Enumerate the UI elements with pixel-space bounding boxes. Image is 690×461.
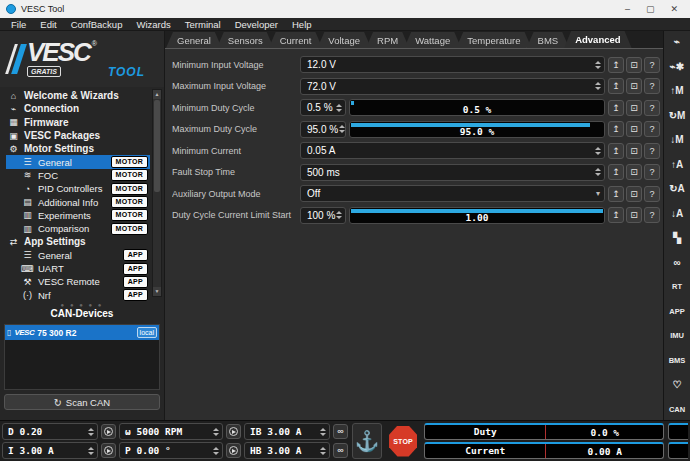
run-brake-button[interactable]: ∞	[333, 424, 348, 439]
scroll-down-icon[interactable]: ▼	[153, 287, 161, 296]
rt-data-icon[interactable]: RT	[672, 281, 682, 292]
tab-advanced[interactable]: Advanced	[564, 31, 631, 48]
spinner[interactable]	[87, 447, 95, 455]
spinner[interactable]	[335, 211, 343, 219]
handbrake-anchor-button[interactable]: ⚓	[352, 423, 382, 459]
menu-edit[interactable]: Edit	[33, 19, 63, 30]
sidebar-item-motor-general[interactable]: ☰ General MOTOR	[6, 155, 150, 168]
spinner[interactable]	[594, 61, 602, 69]
can-device-item[interactable]: ▯ VESC 75 300 R2 local	[5, 325, 159, 340]
position-setpoint-field[interactable]: P 0.00 °	[119, 442, 223, 459]
maximize-button[interactable]: ▢	[646, 4, 655, 14]
handbrake-current-field[interactable]: HB 3.00 A	[244, 442, 330, 459]
run-duty-button[interactable]	[101, 424, 116, 439]
help-button[interactable]: ?	[644, 57, 660, 73]
max-duty-field[interactable]: 95.0 %	[300, 121, 346, 138]
sidebar-item-motor-pid-controllers[interactable]: ◔ PID Controllers MOTOR	[6, 182, 164, 195]
scroll-thumb[interactable]	[154, 100, 160, 192]
help-button[interactable]: ?	[644, 78, 660, 94]
min-duty-field[interactable]: 0.5 %	[300, 99, 346, 116]
duty-current-limit-slider[interactable]: 1.00	[349, 207, 605, 224]
can-forward-icon[interactable]: CAN	[669, 404, 685, 415]
speed-setpoint-field[interactable]: ω 5000 RPM	[119, 423, 223, 440]
copy-value-button[interactable]: ⊡	[626, 78, 642, 94]
sidebar-item-firmware[interactable]: ▦ Firmware	[6, 116, 164, 129]
spinner[interactable]	[594, 82, 602, 90]
spinner[interactable]	[335, 104, 343, 112]
copy-value-button[interactable]: ⊡	[626, 121, 642, 137]
sidebar-item-motor-comparison[interactable]: ▥ Comparison MOTOR	[6, 222, 164, 235]
reread-motor-config-icon[interactable]: ↻M	[669, 110, 686, 121]
spinner[interactable]	[594, 168, 602, 176]
min-input-voltage-field[interactable]: 12.0 V	[300, 56, 605, 73]
min-duty-slider[interactable]: 0.5 %	[349, 99, 605, 116]
write-value-button[interactable]: ↥	[608, 186, 624, 202]
menu-confbackup[interactable]: ConfBackup	[64, 19, 130, 30]
duty-current-limit-field[interactable]: 100 %	[300, 207, 346, 224]
run-current-button[interactable]	[101, 443, 116, 458]
help-button[interactable]: ?	[644, 143, 660, 159]
copy-value-button[interactable]: ⊡	[626, 164, 642, 180]
write-value-button[interactable]: ↥	[608, 78, 624, 94]
close-button[interactable]: ✕	[670, 4, 678, 14]
can-network-icon[interactable]: ▚	[673, 232, 681, 243]
aux-output-mode-dropdown[interactable]: Off ▾	[300, 185, 605, 202]
write-value-button[interactable]: ↥	[608, 100, 624, 116]
menu-terminal[interactable]: Terminal	[178, 19, 228, 30]
splitter-handle[interactable]: ● ● ● ● ●	[0, 301, 164, 308]
sidebar-item-app-settings[interactable]: ⇄ App Settings	[6, 235, 164, 248]
copy-value-button[interactable]: ⊡	[626, 186, 642, 202]
write-motor-config-icon[interactable]: ↑M	[670, 85, 683, 96]
brake-current-field[interactable]: IB 3.00 A	[244, 423, 330, 440]
sidebar-item-app-general[interactable]: ☰ General APP	[6, 249, 164, 262]
write-app-config-icon[interactable]: ↑A	[671, 159, 683, 170]
sidebar-item-app-nrf[interactable]: (·) Nrf APP	[6, 288, 164, 301]
sidebar-item-app-vesc-remote[interactable]: ⚒ VESC Remote APP	[6, 275, 164, 288]
copy-value-button[interactable]: ⊡	[626, 143, 642, 159]
copy-value-button[interactable]: ⊡	[626, 100, 642, 116]
sidebar-item-connection[interactable]: ⌁ Connection	[6, 102, 164, 115]
run-speed-button[interactable]	[226, 424, 241, 439]
spinner[interactable]	[87, 428, 95, 436]
connect-icon[interactable]: ⌁	[674, 36, 680, 47]
help-button[interactable]: ?	[644, 186, 660, 202]
tab-bms[interactable]: BMS	[527, 32, 570, 48]
duty-setpoint-field[interactable]: D 0.20	[2, 423, 98, 440]
write-value-button[interactable]: ↥	[608, 207, 624, 223]
tab-temperature[interactable]: Temperature	[456, 32, 531, 48]
help-button[interactable]: ?	[644, 100, 660, 116]
spinner[interactable]	[212, 428, 220, 436]
binoculars-icon[interactable]: ∞	[673, 257, 680, 268]
sidebar-item-motor-settings[interactable]: ⚙ Motor Settings	[6, 142, 164, 155]
copy-value-button[interactable]: ⊡	[626, 207, 642, 223]
sidebar-item-app-uart[interactable]: ⌨ UART APP	[6, 262, 164, 275]
scan-can-button[interactable]: ↻ Scan CAN	[4, 394, 160, 410]
tab-sensors[interactable]: Sensors	[217, 32, 274, 48]
write-value-button[interactable]: ↥	[608, 164, 624, 180]
menu-file[interactable]: File	[4, 19, 33, 30]
help-button[interactable]: ?	[644, 121, 660, 137]
tab-rpm[interactable]: RPM	[366, 32, 409, 48]
spinner[interactable]	[319, 447, 327, 455]
sidebar-item-motor-additional-info[interactable]: ▤ Additional Info MOTOR	[6, 195, 164, 208]
sidebar-item-vesc-packages[interactable]: ▣ VESC Packages	[6, 129, 164, 142]
tab-current[interactable]: Current	[269, 32, 323, 48]
write-value-button[interactable]: ↥	[608, 143, 624, 159]
write-value-button[interactable]: ↥	[608, 121, 624, 137]
sidebar-item-welcome[interactable]: ⌂ Welcome & Wizards	[6, 89, 164, 102]
sidebar-scrollbar[interactable]: ▲ ▼	[152, 89, 162, 297]
menu-help[interactable]: Help	[285, 19, 319, 30]
spinner[interactable]	[212, 447, 220, 455]
max-duty-slider[interactable]: 95.0 %	[349, 121, 605, 138]
scroll-up-icon[interactable]: ▲	[153, 90, 161, 99]
run-handbrake-button[interactable]: ∞	[333, 443, 348, 458]
tab-wattage[interactable]: Wattage	[404, 32, 461, 48]
min-current-field[interactable]: 0.05 A	[300, 142, 605, 159]
spinner[interactable]	[338, 125, 346, 133]
read-app-config-icon[interactable]: ↓A	[671, 208, 683, 219]
minimize-button[interactable]: –	[625, 4, 630, 14]
tab-voltage[interactable]: Voltage	[317, 32, 371, 48]
write-value-button[interactable]: ↥	[608, 57, 624, 73]
max-input-voltage-field[interactable]: 72.0 V	[300, 78, 605, 95]
sidebar-item-motor-experiments[interactable]: ▥ Experiments MOTOR	[6, 209, 164, 222]
